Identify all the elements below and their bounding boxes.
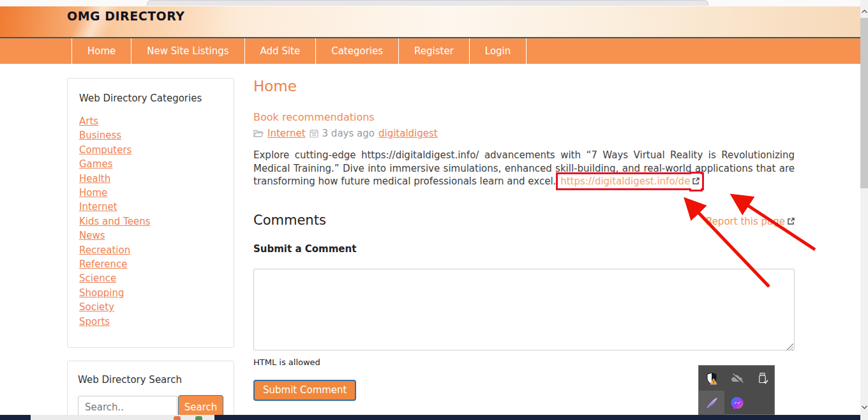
nav-item-new-site-listings[interactable]: New Site Listings: [131, 38, 244, 64]
categories-list: Arts Business Computers Games Health Hom…: [79, 114, 222, 329]
taskbar-app-icon: [195, 416, 202, 420]
page-root: OMG DIRECTORY Home New Site Listings Add…: [0, 0, 868, 420]
category-link-science[interactable]: Science: [79, 273, 116, 284]
background-window-strip: [0, 0, 860, 6]
post-title[interactable]: Book recommendations: [253, 111, 795, 123]
list-item: Sports: [79, 315, 222, 329]
category-link-health[interactable]: Health: [79, 173, 110, 184]
list-item: Business: [79, 128, 222, 142]
category-link-home[interactable]: Home: [79, 187, 107, 199]
list-item: News: [79, 229, 222, 243]
messenger-icon[interactable]: [724, 391, 750, 416]
post-category-link[interactable]: Internet: [267, 128, 306, 139]
onedrive-disconnected-icon[interactable]: [724, 366, 750, 391]
background-window-tab: [147, 0, 708, 6]
post-date: 3 days ago: [322, 128, 375, 139]
scroll-down-icon[interactable]: [860, 402, 868, 412]
list-item: Science: [79, 271, 222, 285]
list-item: Kids and Teens: [79, 214, 222, 229]
annotation-red-box: https://digitaldigest.info/de: [559, 176, 701, 187]
post-external-link[interactable]: https://digitaldigest.info/de: [560, 176, 690, 187]
calendar-icon: [310, 129, 318, 138]
list-item: Health: [79, 172, 222, 186]
category-link-business[interactable]: Business: [79, 130, 121, 141]
list-item: Home: [79, 186, 222, 200]
post-meta: Internet 3 days ago digitaldigest: [253, 128, 795, 139]
system-tray-popup: [698, 365, 775, 415]
category-link-games[interactable]: Games: [79, 158, 112, 170]
list-item: Internet: [79, 200, 222, 214]
external-link-icon: [788, 216, 795, 227]
taskbar-app-icon: [174, 416, 181, 420]
list-item: Recreation: [79, 243, 222, 257]
category-link-reference[interactable]: Reference: [79, 259, 128, 270]
nav-item-login[interactable]: Login: [469, 38, 527, 64]
categories-panel: Web Directory Categories Arts Business C…: [67, 78, 234, 348]
post-body: Explore cutting-edge https://digitaldige…: [253, 149, 795, 188]
taskbar-strip: [0, 415, 868, 420]
comment-box-wrap: [253, 269, 795, 353]
list-item: Computers: [79, 143, 222, 157]
tray-empty-cell: [750, 391, 775, 416]
category-link-kids-and-teens[interactable]: Kids and Teens: [79, 216, 151, 227]
report-page-label: Report this page: [706, 216, 785, 227]
main-content: Home Book recommendations Internet 3 day…: [253, 78, 795, 401]
taskbar-light-segment: [31, 415, 214, 420]
category-link-society[interactable]: Society: [79, 301, 114, 313]
category-link-shopping[interactable]: Shopping: [79, 287, 124, 299]
search-title: Web Directory Search: [78, 374, 223, 386]
category-link-recreation[interactable]: Recreation: [79, 244, 130, 256]
resize-grip-icon[interactable]: [786, 343, 793, 350]
main-nav: Home New Site Listings Add Site Categori…: [0, 38, 860, 64]
scrollbar-thumb[interactable]: [860, 18, 868, 188]
category-link-news[interactable]: News: [79, 230, 105, 241]
usb-eject-icon[interactable]: [750, 366, 775, 391]
comments-heading: Comments: [253, 213, 326, 228]
comment-form-heading: Submit a Comment: [253, 243, 795, 255]
nav-item-categories[interactable]: Categories: [315, 38, 398, 64]
submit-comment-button[interactable]: Submit Comment: [253, 380, 356, 401]
list-item: Reference: [79, 257, 222, 271]
categories-title: Web Directory Categories: [79, 93, 222, 104]
windows-security-shield-icon[interactable]: [699, 366, 724, 391]
category-link-computers[interactable]: Computers: [79, 144, 131, 156]
list-item: Shopping: [79, 286, 222, 300]
vertical-scrollbar[interactable]: [860, 0, 868, 420]
search-panel: Web Directory Search Search: [67, 361, 234, 420]
folder-icon: [253, 129, 264, 138]
nav-item-home[interactable]: Home: [71, 38, 131, 64]
scroll-up-icon[interactable]: [860, 6, 868, 17]
nav-item-add-site[interactable]: Add Site: [244, 38, 316, 64]
site-logo-text: OMG DIRECTORY: [67, 9, 185, 23]
external-link-icon: [692, 175, 700, 188]
post-body-text: Explore cutting-edge https://digitaldige…: [253, 149, 795, 187]
comments-header-row: Comments Report this page: [253, 213, 795, 228]
category-link-sports[interactable]: Sports: [79, 316, 110, 327]
page-title: Home: [253, 78, 795, 94]
report-page-link[interactable]: Report this page: [706, 216, 795, 227]
list-item: Arts: [79, 114, 222, 128]
category-link-arts[interactable]: Arts: [79, 116, 98, 127]
category-link-internet[interactable]: Internet: [79, 201, 117, 213]
post-author-link[interactable]: digitaldigest: [378, 128, 438, 139]
list-item: Games: [79, 157, 222, 171]
list-item: Society: [79, 300, 222, 314]
nav-item-register[interactable]: Register: [398, 38, 469, 64]
pen-highlighter-icon[interactable]: [699, 391, 724, 416]
comment-textarea[interactable]: [253, 269, 795, 350]
